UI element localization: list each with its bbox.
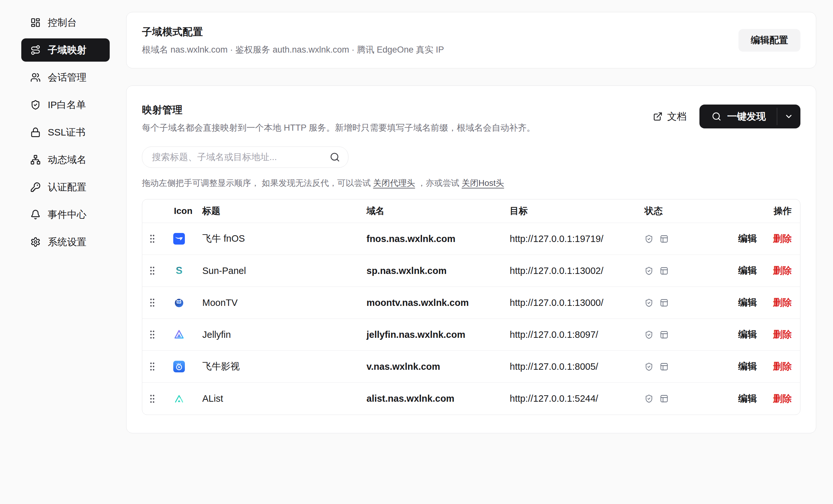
sidebar-item-ssl-cert[interactable]: SSL证书 <box>21 121 110 144</box>
sidebar-item-ip-whitelist[interactable]: IP白名单 <box>21 93 110 117</box>
sidebar-item-label: 事件中心 <box>48 208 87 221</box>
edit-button[interactable]: 编辑 <box>738 360 757 373</box>
col-header-target: 目标 <box>505 205 641 217</box>
dashboard-icon <box>30 18 41 28</box>
search-icon <box>712 112 721 121</box>
sidebar-item-system-settings[interactable]: 系统设置 <box>21 231 110 254</box>
sidebar-item-label: 控制台 <box>48 16 77 29</box>
sidebar-item-label: IP白名单 <box>48 98 86 112</box>
row-domain: sp.nas.wxlnk.com <box>362 266 505 276</box>
row-domain: alist.nas.wxlnk.com <box>362 393 505 404</box>
row-status <box>641 235 733 243</box>
search-box <box>142 146 349 168</box>
row-title: Sun-Panel <box>193 266 362 276</box>
table-row: Jellyfin jellyfin.nas.wxlnk.com http://1… <box>142 319 800 351</box>
row-title: MoonTV <box>193 297 362 308</box>
external-link-icon <box>653 112 663 121</box>
route-icon <box>30 45 41 55</box>
domain-config-card: 子域模式配置 根域名 nas.wxlnk.com · 鉴权服务 auth.nas… <box>126 12 816 68</box>
sidebar-item-sessions[interactable]: 会话管理 <box>21 66 110 89</box>
shield-check-icon <box>645 330 653 339</box>
row-target: http://127.0.0.1:19719/ <box>505 234 641 244</box>
sidebar-item-console[interactable]: 控制台 <box>21 11 110 34</box>
edit-button[interactable]: 编辑 <box>738 296 757 309</box>
drag-handle[interactable] <box>150 297 155 308</box>
domain-config-text: 子域模式配置 根域名 nas.wxlnk.com · 鉴权服务 auth.nas… <box>142 25 444 55</box>
delete-button[interactable]: 删除 <box>773 328 792 341</box>
shield-check-icon <box>645 394 653 403</box>
edit-config-button[interactable]: 编辑配置 <box>738 29 801 52</box>
edit-button[interactable]: 编辑 <box>738 232 757 245</box>
row-domain: fnos.nas.wxlnk.com <box>362 234 505 244</box>
drag-handle[interactable] <box>150 266 155 276</box>
table-row: AList alist.nas.wxlnk.com http://127.0.0… <box>142 383 800 415</box>
row-title: AList <box>193 393 362 404</box>
sidebar: 控制台 子域映射 会话管理 IP白名单 SSL证书 <box>21 11 110 258</box>
edit-button[interactable]: 编辑 <box>738 328 757 341</box>
mapping-subtitle: 每个子域名都会直接映射到一个本地 HTTP 服务。新增时只需要填写子域名前缀，根… <box>142 122 535 134</box>
layout-panel-icon <box>660 330 668 339</box>
row-status <box>641 394 733 403</box>
domain-config-subtitle: 根域名 nas.wxlnk.com · 鉴权服务 auth.nas.wxlnk.… <box>142 44 444 55</box>
table-row: 飞牛 fnOS fnos.nas.wxlnk.com http://127.0.… <box>142 223 800 255</box>
jellyfin-icon <box>173 329 185 340</box>
sidebar-item-label: 系统设置 <box>48 236 87 249</box>
one-click-discover-button[interactable]: 一键发现 <box>699 104 777 128</box>
subdomain-mapping-page: 控制台 子域映射 会话管理 IP白名单 SSL证书 <box>0 0 833 504</box>
table-row: S Sun-Panel sp.nas.wxlnk.com http://127.… <box>142 255 800 287</box>
col-header-icon: Icon <box>162 206 193 216</box>
row-title: Jellyfin <box>193 330 362 340</box>
sidebar-item-event-center[interactable]: 事件中心 <box>21 203 110 226</box>
shield-check-icon <box>645 235 653 243</box>
delete-button[interactable]: 删除 <box>773 264 792 277</box>
table-row: 飞牛影视 v.nas.wxlnk.com http://127.0.0.1:80… <box>142 351 800 383</box>
drag-handle[interactable] <box>150 234 155 244</box>
domain-config-title: 子域模式配置 <box>142 25 444 39</box>
disable-host-header-link[interactable]: 关闭Host头 <box>462 178 504 188</box>
one-click-discover-split-button: 一键发现 <box>699 104 801 128</box>
discover-dropdown-button[interactable] <box>777 104 801 128</box>
layout-panel-icon <box>660 235 668 243</box>
drag-handle[interactable] <box>150 330 155 340</box>
row-target: http://127.0.0.1:5244/ <box>505 393 641 404</box>
network-icon <box>30 154 41 165</box>
delete-button[interactable]: 删除 <box>773 360 792 373</box>
gear-icon <box>30 237 41 247</box>
col-header-title: 标题 <box>193 205 362 217</box>
sidebar-item-subdomain-mapping[interactable]: 子域映射 <box>21 39 110 62</box>
mapping-table: Icon 标题 域名 目标 状态 操作 飞牛 fnOS fnos.nas.wxl… <box>142 199 801 415</box>
search-input[interactable] <box>142 146 349 168</box>
shield-check-icon <box>645 362 653 371</box>
drag-hint: 拖动左侧把手可调整显示顺序， 如果发现无法反代，可以尝试 关闭代理头 ，亦或尝试… <box>142 177 801 189</box>
shield-check-icon <box>645 298 653 307</box>
fnos-video-icon <box>173 361 185 373</box>
layout-panel-icon <box>660 298 668 307</box>
delete-button[interactable]: 删除 <box>773 296 792 309</box>
mapping-head-text: 映射管理 每个子域名都会直接映射到一个本地 HTTP 服务。新增时只需要填写子域… <box>142 103 535 134</box>
row-domain: moontv.nas.wxlnk.com <box>362 297 505 308</box>
edit-button[interactable]: 编辑 <box>738 264 757 277</box>
sidebar-item-label: SSL证书 <box>48 126 86 139</box>
sidebar-item-label: 会话管理 <box>48 71 87 84</box>
svg-text:S: S <box>176 265 183 276</box>
shield-check-icon <box>30 100 41 110</box>
drag-handle[interactable] <box>150 361 155 372</box>
row-target: http://127.0.0.1:13000/ <box>505 297 641 308</box>
delete-button[interactable]: 删除 <box>773 232 792 245</box>
row-domain: v.nas.wxlnk.com <box>362 361 505 372</box>
sidebar-item-label: 子域映射 <box>48 44 87 57</box>
sidebar-item-auth-config[interactable]: 认证配置 <box>21 175 110 199</box>
table-row: MoonTV moontv.nas.wxlnk.com http://127.0… <box>142 287 800 319</box>
sidebar-item-label: 动态域名 <box>48 153 87 167</box>
col-header-status: 状态 <box>641 205 733 217</box>
docs-link[interactable]: 文档 <box>653 110 687 123</box>
sidebar-item-dynamic-dns[interactable]: 动态域名 <box>21 148 110 171</box>
row-domain: jellyfin.nas.wxlnk.com <box>362 330 505 340</box>
disable-proxy-header-link[interactable]: 关闭代理头 <box>373 178 415 188</box>
edit-button[interactable]: 编辑 <box>738 392 757 405</box>
table-header: Icon 标题 域名 目标 状态 操作 <box>142 199 800 223</box>
chevron-down-icon <box>784 112 793 121</box>
mapping-title: 映射管理 <box>142 103 535 117</box>
delete-button[interactable]: 删除 <box>773 392 792 405</box>
drag-handle[interactable] <box>150 394 155 404</box>
